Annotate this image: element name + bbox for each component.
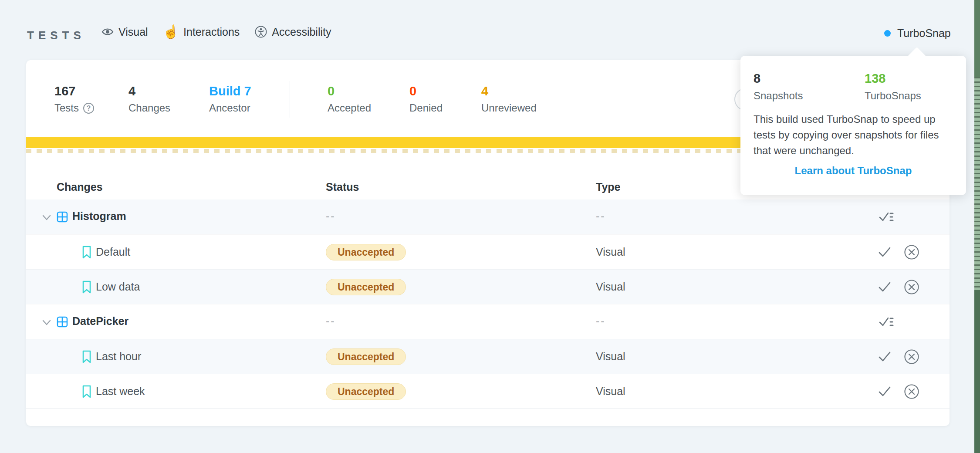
snapshots-count: 8 (754, 71, 760, 86)
table-row-group-datepicker: DatePicker -- -- (26, 304, 950, 339)
snapshots-label: Snapshots (754, 90, 803, 102)
turbosnaps-label: TurboSnaps (865, 90, 921, 102)
chevron-down-icon[interactable] (41, 212, 52, 223)
accept-check-icon[interactable] (877, 280, 892, 294)
table-row-test-last-hour: Last hour Unaccepted Visual (26, 339, 950, 374)
status-badge: Unaccepted (326, 279, 406, 295)
stat-accepted-label: Accepted (328, 102, 371, 114)
group-name[interactable]: DatePicker (72, 315, 128, 328)
column-header-type: Type (596, 181, 621, 193)
test-type: Visual (596, 385, 625, 398)
turbosnaps-count: 138 (865, 71, 885, 86)
test-name[interactable]: Last hour (96, 350, 141, 363)
tab-interactions[interactable]: ☝ Interactions (163, 25, 240, 38)
test-type-tabs: Visual ☝ Interactions Accessibility (101, 25, 331, 38)
bookmark-icon (82, 280, 91, 294)
stat-unreviewed-value: 4 (481, 84, 537, 98)
hand-icon: ☝ (163, 25, 179, 38)
column-header-changes: Changes (57, 181, 103, 193)
tab-visual[interactable]: Visual (101, 25, 148, 38)
stat-unreviewed: 4 Unreviewed (481, 84, 537, 114)
table-row-test-last-week: Last week Unaccepted Visual (26, 374, 950, 409)
stat-tests: 167 Tests ? (54, 84, 95, 114)
status-badge: Unaccepted (326, 348, 406, 365)
group-type-empty: -- (596, 315, 606, 328)
page-title: TESTS (27, 29, 85, 42)
tab-interactions-label: Interactions (183, 26, 240, 38)
stat-ancestor-label: Ancestor (209, 102, 250, 114)
bookmark-icon (82, 385, 91, 399)
test-name[interactable]: Low data (96, 281, 140, 293)
ancestor-build-link[interactable]: Build 7 (209, 84, 251, 98)
chevron-down-icon[interactable] (41, 317, 52, 328)
table-row-test-low-data: Low data Unaccepted Visual (26, 269, 950, 304)
turbosnap-popover: 8 Snapshots 138 TurboSnaps This build us… (740, 56, 966, 195)
changes-table: Changes Status Type Histogram -- -- Defa (26, 172, 950, 409)
eye-icon (101, 25, 114, 38)
stat-changes-label: Changes (128, 102, 170, 114)
status-badge: Unaccepted (326, 244, 406, 260)
status-badge: Unaccepted (326, 383, 406, 400)
table-row-group-histogram: Histogram -- -- (26, 199, 950, 234)
stat-changes: 4 Changes (128, 84, 170, 114)
bookmark-icon (82, 245, 91, 259)
right-edge-strip (974, 0, 980, 453)
stat-accepted-value: 0 (328, 84, 371, 98)
group-name[interactable]: Histogram (72, 210, 126, 223)
accept-check-icon[interactable] (877, 245, 892, 259)
bookmark-icon (82, 350, 91, 364)
accept-check-icon[interactable] (877, 385, 892, 399)
stat-accepted: 0 Accepted (328, 84, 371, 114)
stat-denied-label: Denied (409, 102, 443, 114)
deny-circle-x-icon[interactable] (903, 348, 920, 365)
svg-text:?: ? (87, 105, 91, 112)
accept-check-icon[interactable] (877, 350, 892, 364)
deny-circle-x-icon[interactable] (903, 278, 920, 296)
stat-tests-value: 167 (54, 84, 95, 98)
test-type: Visual (596, 350, 625, 363)
help-icon[interactable]: ? (83, 102, 95, 114)
test-name[interactable]: Default (96, 246, 130, 258)
stat-ancestor-build: Build 7 Ancestor (209, 84, 251, 114)
batch-accept-icon[interactable] (878, 315, 896, 329)
stat-changes-value: 4 (128, 84, 170, 98)
column-header-status: Status (326, 181, 359, 193)
group-type-empty: -- (596, 210, 606, 223)
stat-denied-value: 0 (409, 84, 443, 98)
component-grid-icon (56, 315, 69, 328)
stat-tests-label: Tests (54, 102, 79, 114)
turbosnap-toggle-label: TurboSnap (897, 27, 951, 40)
learn-about-turbosnap-link[interactable]: Learn about TurboSnap (740, 165, 966, 177)
stat-denied: 0 Denied (409, 84, 443, 114)
group-status-empty: -- (326, 210, 336, 223)
deny-circle-x-icon[interactable] (903, 383, 920, 400)
group-status-empty: -- (326, 315, 336, 328)
tab-accessibility-label: Accessibility (272, 26, 331, 38)
stat-unreviewed-label: Unreviewed (481, 102, 537, 114)
test-type: Visual (596, 281, 625, 293)
deny-circle-x-icon[interactable] (903, 243, 920, 261)
turbosnap-toggle[interactable]: TurboSnap (884, 27, 951, 40)
table-row-test-default: Default Unaccepted Visual (26, 234, 950, 269)
turbosnap-dot-icon (884, 30, 891, 37)
accessibility-icon (254, 25, 267, 38)
batch-accept-icon[interactable] (878, 210, 896, 224)
tab-accessibility[interactable]: Accessibility (254, 25, 331, 38)
stats-divider (290, 81, 290, 118)
component-grid-icon (56, 210, 69, 223)
test-name[interactable]: Last week (96, 385, 145, 398)
test-type: Visual (596, 246, 625, 258)
turbosnap-description: This build used TurboSnap to speed up te… (754, 112, 956, 159)
tab-visual-label: Visual (118, 26, 148, 38)
